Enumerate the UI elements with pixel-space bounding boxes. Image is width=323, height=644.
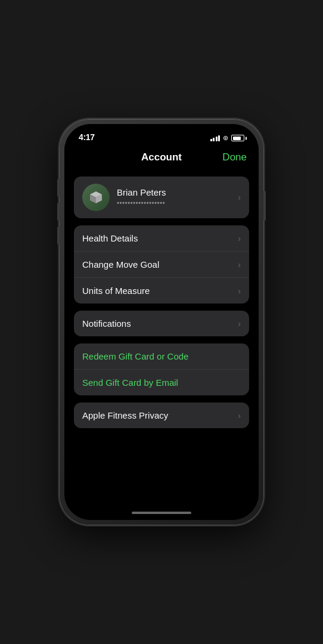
profile-row[interactable]: Brian Peters •••••••••••••••••• › [74,177,249,218]
notifications-chevron-icon: › [238,319,241,329]
profile-info: Brian Peters •••••••••••••••••• [117,187,231,208]
phone-frame: 4:17 ⊛ Account Done [60,119,263,525]
health-details-row[interactable]: Health Details › [74,225,249,252]
health-details-chevron-icon: › [238,234,241,243]
profile-name: Brian Peters [117,187,231,197]
gift-cards-section-card: Redeem Gift Card or Code Send Gift Card … [74,343,249,395]
notifications-row[interactable]: Notifications › [74,311,249,336]
avatar-cube-icon [86,188,105,207]
wifi-icon: ⊛ [223,134,228,142]
notifications-section-card: Notifications › [74,311,249,336]
units-of-measure-chevron-icon: › [238,286,241,296]
signal-icon [210,135,220,141]
done-button[interactable]: Done [222,151,247,163]
redeem-gift-card-row[interactable]: Redeem Gift Card or Code [74,343,249,370]
apple-fitness-privacy-row[interactable]: Apple Fitness Privacy › [74,402,249,428]
health-details-label: Health Details [82,233,138,243]
profile-card[interactable]: Brian Peters •••••••••••••••••• › [74,177,249,218]
notch [126,124,197,138]
profile-chevron-icon: › [238,193,241,202]
notifications-label: Notifications [82,318,131,329]
send-gift-card-row[interactable]: Send Gift Card by Email [74,370,249,395]
change-move-goal-label: Change Move Goal [82,259,159,270]
phone-inner: 4:17 ⊛ Account Done [64,124,259,520]
apple-fitness-privacy-chevron-icon: › [238,411,241,420]
battery-icon [231,135,244,141]
send-gift-card-label: Send Gift Card by Email [82,377,178,388]
home-bar [132,512,191,514]
nav-title: Account [141,151,182,163]
change-move-goal-chevron-icon: › [238,260,241,270]
apple-fitness-privacy-label: Apple Fitness Privacy [82,410,168,420]
status-icons: ⊛ [210,134,245,142]
nav-bar: Account Done [64,145,259,169]
privacy-section-card: Apple Fitness Privacy › [74,402,249,428]
units-of-measure-label: Units of Measure [82,286,150,296]
profile-email: •••••••••••••••••• [117,199,231,208]
battery-fill [233,137,241,140]
content-area: Brian Peters •••••••••••••••••• › Health… [64,169,259,506]
health-section-card: Health Details › Change Move Goal › Unit… [74,225,249,304]
status-time: 4:17 [79,132,95,142]
avatar [82,184,110,211]
units-of-measure-row[interactable]: Units of Measure › [74,278,249,304]
home-indicator [64,506,259,520]
redeem-gift-card-label: Redeem Gift Card or Code [82,351,188,361]
change-move-goal-row[interactable]: Change Move Goal › [74,252,249,278]
screen: 4:17 ⊛ Account Done [64,124,259,520]
